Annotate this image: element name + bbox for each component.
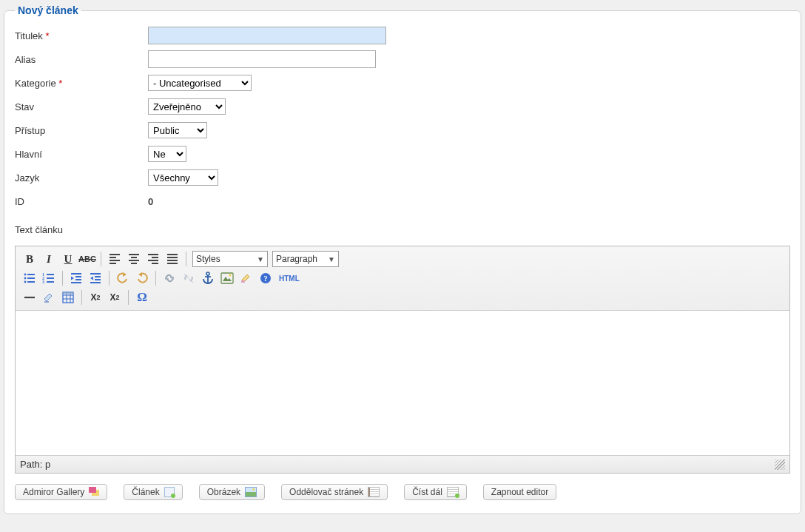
remove-format-button[interactable] — [41, 289, 57, 306]
toolbar-row-3: X2 X2 Ω — [20, 288, 785, 307]
row-id: ID 0 — [15, 191, 790, 212]
help-button[interactable]: ? — [257, 270, 274, 286]
row-title: Titulek * — [15, 25, 790, 46]
separator-icon — [109, 271, 110, 286]
state-label: Stav — [15, 98, 148, 115]
insert-image-button[interactable]: Obrázek — [199, 484, 265, 500]
chevron-down-icon: ▼ — [257, 255, 264, 263]
styles-select[interactable]: Styles ▼ — [192, 251, 268, 267]
svg-point-41 — [206, 272, 209, 275]
featured-label: Hlavní — [15, 146, 148, 163]
article-form-panel: Nový článek Titulek * Alias Kategorie * … — [4, 4, 801, 514]
featured-select[interactable]: Ne — [148, 146, 186, 162]
outdent-button[interactable] — [68, 270, 84, 286]
html-source-button[interactable]: HTML — [277, 270, 302, 286]
category-label: Kategorie * — [15, 75, 148, 92]
table-button[interactable] — [60, 289, 76, 306]
row-access: Přístup Public — [15, 120, 790, 141]
redo-button[interactable] — [134, 270, 150, 286]
id-label: ID — [15, 193, 148, 210]
horizontal-rule-button[interactable] — [21, 289, 38, 306]
required-star-icon: * — [58, 78, 62, 89]
insert-article-button[interactable]: Článek — [124, 484, 182, 500]
bullet-list-button[interactable] — [21, 270, 38, 286]
format-select[interactable]: Paragraph ▼ — [272, 251, 339, 267]
readmore-icon — [447, 487, 459, 497]
separator-icon — [186, 252, 186, 266]
svg-point-18 — [24, 277, 27, 280]
align-left-button[interactable] — [107, 251, 123, 267]
row-state: Stav Zveřejněno — [15, 96, 790, 117]
italic-button[interactable]: I — [41, 251, 57, 267]
state-select[interactable]: Zveřejněno — [148, 98, 226, 115]
align-right-button[interactable] — [145, 251, 161, 267]
panel-title: Nový článek — [15, 4, 81, 16]
svg-marker-29 — [71, 277, 74, 280]
svg-marker-45 — [223, 277, 232, 281]
cleanup-button[interactable] — [238, 270, 255, 286]
row-body-label: Text článku — [15, 219, 790, 240]
svg-point-16 — [24, 274, 27, 276]
admiror-label: Admiror Gallery — [23, 487, 84, 497]
svg-point-20 — [24, 281, 27, 283]
editor-path[interactable]: Path: p — [20, 459, 50, 470]
alias-label: Alias — [15, 51, 148, 68]
align-center-button[interactable] — [126, 251, 142, 267]
svg-marker-38 — [123, 272, 127, 277]
special-char-button[interactable]: Ω — [134, 289, 150, 306]
superscript-button[interactable]: X2 — [107, 289, 123, 306]
unlink-button[interactable] — [181, 270, 197, 286]
separator-icon — [81, 290, 82, 305]
row-category: Kategorie * - Uncategorised — [15, 73, 790, 93]
admiror-gallery-button[interactable]: Admiror Gallery — [15, 484, 107, 500]
body-label: Text článku — [15, 221, 63, 238]
title-label: Titulek * — [15, 27, 148, 44]
separator-icon — [62, 271, 63, 286]
resize-grip-icon[interactable] — [775, 459, 785, 470]
anchor-button[interactable] — [200, 270, 216, 286]
pagebreak-icon — [368, 487, 380, 497]
id-value: 0 — [148, 196, 153, 207]
language-select[interactable]: Všechny — [148, 169, 218, 186]
editor-insert-buttons: Admiror Gallery Článek Obrázek Oddělovač… — [15, 484, 790, 500]
underline-button[interactable]: U — [60, 251, 76, 267]
strikethrough-button[interactable]: ABC — [79, 251, 95, 267]
gallery-icon — [89, 487, 99, 497]
row-featured: Hlavní Ne — [15, 144, 790, 164]
align-justify-button[interactable] — [164, 251, 181, 267]
toggle-editor-button[interactable]: Zapnout editor — [483, 484, 556, 500]
category-select[interactable]: - Uncategorised — [148, 75, 252, 91]
insert-readmore-button[interactable]: Číst dál — [404, 484, 467, 500]
numbered-list-button[interactable]: 123 — [41, 270, 57, 286]
category-label-text: Kategorie — [15, 78, 56, 89]
article-icon — [164, 487, 175, 497]
image-label: Obrázek — [207, 487, 240, 497]
subscript-button[interactable]: X2 — [87, 289, 104, 306]
svg-rect-44 — [221, 273, 233, 283]
format-select-label: Paragraph — [276, 254, 317, 264]
toggle-label: Zapnout editor — [491, 487, 548, 497]
pagebreak-label: Oddělovač stránek — [289, 487, 363, 497]
svg-rect-57 — [63, 292, 73, 295]
editor-content[interactable] — [16, 311, 789, 455]
link-button[interactable] — [161, 270, 178, 286]
alias-input[interactable] — [148, 50, 376, 68]
image-button[interactable] — [219, 270, 235, 286]
editor-statusbar: Path: p — [16, 455, 789, 473]
bold-button[interactable]: B — [21, 251, 38, 267]
title-input[interactable] — [148, 27, 386, 44]
row-alias: Alias — [15, 49, 790, 70]
language-label: Jazyk — [15, 169, 148, 186]
undo-button[interactable] — [115, 270, 131, 286]
styles-select-label: Styles — [196, 254, 220, 264]
svg-point-46 — [229, 274, 231, 276]
article-label: Článek — [132, 487, 159, 497]
access-select[interactable]: Public — [148, 122, 207, 138]
separator-icon — [128, 290, 129, 305]
toolbar-row-2: 123 ? HTML — [20, 269, 785, 288]
chevron-down-icon: ▼ — [328, 255, 335, 263]
insert-pagebreak-button[interactable]: Oddělovač stránek — [281, 484, 388, 500]
separator-icon — [155, 271, 156, 286]
image-icon — [245, 487, 257, 497]
indent-button[interactable] — [87, 270, 104, 286]
